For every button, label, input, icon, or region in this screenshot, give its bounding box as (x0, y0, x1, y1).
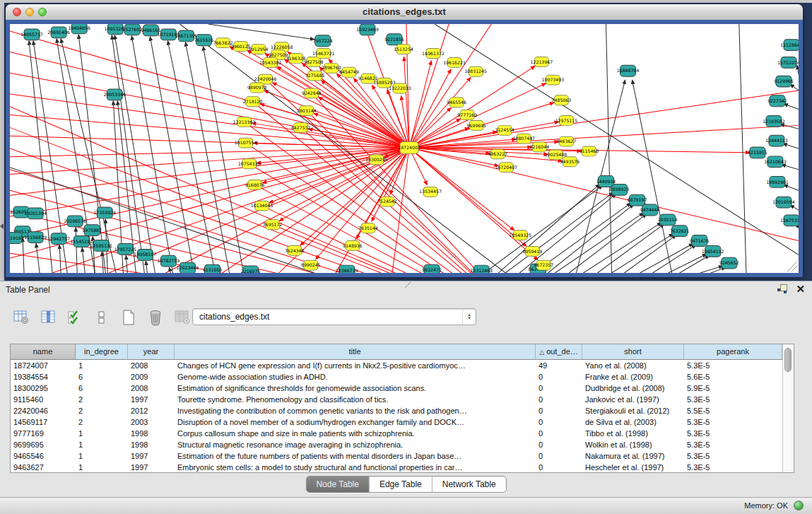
table-cell[interactable]: Investigating the contribution of common… (175, 405, 536, 416)
graph-node-selected[interactable]: 9115460 (579, 146, 599, 156)
table-cell[interactable]: 5.5E-5 (684, 405, 782, 416)
table-cell[interactable]: Yano et al. (2008) (582, 360, 684, 371)
graph-node-selected[interactable]: 18107554 (235, 138, 257, 148)
table-cell[interactable]: 1 (76, 428, 128, 439)
column-header-in_degree[interactable]: in_degree (76, 344, 128, 359)
table-cell[interactable]: Structural magnetic resonance image aver… (175, 439, 536, 450)
graph-node[interactable]: 14055717 (20, 29, 43, 40)
edge[interactable] (146, 261, 147, 273)
table-cell[interactable]: Dudbridge et al. (2008) (582, 382, 684, 394)
graph-node-selected[interactable]: 10831245 (464, 66, 487, 76)
table-cell[interactable]: 2 (76, 405, 128, 416)
graph-node[interactable]: 12444113 (765, 135, 788, 146)
selected-edge[interactable] (409, 148, 799, 241)
table-cell[interactable]: Stergiakouli et al. (2012) (582, 405, 684, 416)
edge[interactable] (783, 144, 799, 148)
graph-node[interactable]: 9131058 (203, 264, 223, 273)
table-cell[interactable]: 0 (536, 428, 582, 439)
graph-node[interactable]: 2935114 (658, 214, 678, 226)
table-row[interactable]: 1872400712008Changes of HCN gene express… (11, 360, 782, 371)
table-cell[interactable]: 1997 (128, 394, 175, 405)
graph-node-selected[interactable]: 9672357 (534, 260, 554, 270)
table-row[interactable]: 946554611997Estimation of the future num… (11, 450, 782, 462)
graph-node-selected[interactable]: 1513254 (394, 45, 413, 54)
edge[interactable] (797, 65, 799, 74)
table-cell[interactable]: 2 (76, 394, 128, 405)
edge[interactable] (583, 223, 661, 273)
table-cell[interactable]: 0 (536, 371, 582, 382)
table-cell[interactable]: 2012 (128, 405, 175, 416)
graph-node[interactable]: 7632621 (670, 226, 690, 237)
graph-node-selected[interactable]: 10549325 (510, 230, 532, 240)
graph-node-selected[interactable]: 16720407 (495, 163, 517, 173)
graph-node-selected[interactable]: 12213967 (531, 57, 553, 66)
edge[interactable] (82, 247, 85, 273)
table-cell[interactable]: 0 (536, 462, 582, 472)
graph-node-selected[interactable]: 8216044 (530, 142, 550, 152)
table-cell[interactable]: 5.3E-5 (684, 360, 782, 371)
edge[interactable] (606, 24, 612, 273)
table-cell[interactable]: Embryonic stem cells: a model to study s… (175, 462, 536, 472)
edge[interactable] (498, 184, 599, 273)
column-header-short[interactable]: short (582, 344, 684, 359)
graph-node-selected[interactable]: 10754339 (238, 159, 261, 169)
table-cell[interactable]: 5.3E-5 (684, 439, 782, 450)
graph-node-selected[interactable]: 7485063 (552, 95, 572, 105)
edge[interactable] (131, 36, 172, 273)
graph-node-selected[interactable]: 18724007 (398, 142, 420, 154)
graph-node-selected[interactable]: 10807487 (513, 134, 536, 144)
select-all-rows-button[interactable] (65, 308, 85, 327)
column-header-name[interactable]: name (11, 344, 76, 359)
table-row[interactable]: 969969511998Structural magnetic resonanc… (11, 439, 782, 450)
selected-edge[interactable] (409, 148, 538, 260)
table-cell[interactable]: 22420046 (11, 405, 76, 416)
graph-node-selected[interactable]: 9148936 (343, 241, 363, 251)
graph-node[interactable]: 10312468 (470, 265, 493, 273)
table-cell[interactable]: Franke et al. (2009) (582, 371, 684, 382)
graph-node-selected[interactable]: 3124554 (495, 125, 514, 135)
table-cell[interactable]: 0 (536, 382, 582, 394)
graph-node-selected[interactable]: 13534457 (419, 187, 442, 197)
selected-edge[interactable] (255, 185, 535, 273)
table-cell[interactable]: 18724007 (11, 360, 76, 371)
graph-node-selected[interactable]: 9960125 (231, 42, 251, 52)
table-cell[interactable]: 19384554 (11, 371, 76, 382)
graph-node[interactable]: 9245652 (719, 257, 739, 269)
edge[interactable] (208, 24, 314, 40)
table-cell[interactable]: 0 (536, 394, 582, 405)
graph-node[interactable]: 16210643 (764, 156, 787, 168)
table-cell[interactable]: 5.3E-5 (684, 462, 782, 472)
table-scrollbar-thumb[interactable] (784, 348, 792, 372)
graph-node[interactable]: 19892901 (766, 177, 789, 188)
graph-node[interactable]: 9227342 (767, 95, 787, 107)
table-cell[interactable]: Changes of HCN gene expression and I(f) … (175, 360, 536, 371)
table-cell[interactable]: Estimation of significance thresholds fo… (175, 382, 536, 394)
table-cell[interactable]: 9465546 (11, 450, 76, 462)
graph-node[interactable]: 1527602 (123, 24, 143, 35)
split-pane-grip[interactable] (404, 282, 411, 288)
graph-node-selected[interactable]: 8454749 (339, 67, 359, 77)
table-cell[interactable]: 6 (76, 371, 128, 382)
table-cell[interactable]: 5.3E-5 (684, 450, 782, 462)
graph-node[interactable]: 9975887 (82, 225, 102, 236)
table-row[interactable]: 1456911722003Disruption of a novel membe… (11, 416, 782, 428)
graph-node-selected[interactable]: 9777169 (457, 110, 477, 120)
graph-node-selected[interactable]: 2896760 (322, 63, 341, 73)
table-cell[interactable]: 0 (536, 450, 582, 462)
graph-node[interactable]: 11675317 (780, 215, 799, 226)
graph-node-selected[interactable]: 7663822 (213, 38, 233, 48)
table-cell[interactable]: 18300295 (11, 382, 76, 394)
table-cell[interactable]: 6 (76, 382, 128, 394)
table-selector-dropdown[interactable]: citations_edges.txt ▲▼ (192, 308, 476, 325)
edge[interactable] (784, 104, 799, 110)
graph-node[interactable]: 17359924 (93, 207, 116, 218)
table-cell[interactable]: 1998 (128, 428, 175, 439)
graph-node[interactable]: 15751074 (777, 57, 799, 68)
graph-node[interactable]: 11156829 (24, 232, 47, 243)
window-resize-grip[interactable] (787, 262, 797, 271)
graph-node[interactable]: 9474444 (640, 204, 660, 216)
graph-node[interactable]: 8938923 (610, 184, 630, 195)
zoom-window-icon[interactable] (38, 8, 47, 16)
graph-node[interactable]: 12923448 (177, 262, 199, 273)
graph-node-selected[interactable]: 9242848 (302, 88, 322, 98)
